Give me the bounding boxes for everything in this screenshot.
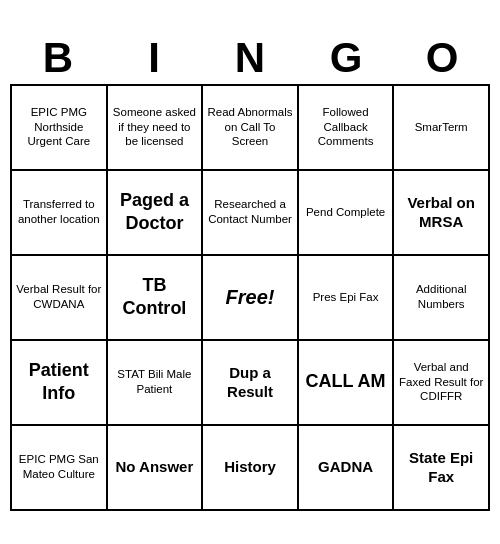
bingo-cell-r2-c1[interactable]: TB Control	[108, 256, 204, 341]
bingo-cell-r2-c3[interactable]: Pres Epi Fax	[299, 256, 395, 341]
bingo-cell-r2-c2[interactable]: Free!	[203, 256, 299, 341]
bingo-cell-r3-c2[interactable]: Dup a Result	[203, 341, 299, 426]
bingo-letter-O: O	[397, 34, 487, 82]
bingo-cell-r0-c1[interactable]: Someone asked if they need to be license…	[108, 86, 204, 171]
bingo-cell-r1-c2[interactable]: Researched a Contact Number	[203, 171, 299, 256]
bingo-cell-r4-c4[interactable]: State Epi Fax	[394, 426, 490, 511]
bingo-cell-r3-c1[interactable]: STAT Bili Male Patient	[108, 341, 204, 426]
bingo-cell-r4-c2[interactable]: History	[203, 426, 299, 511]
bingo-cell-r0-c4[interactable]: SmarTerm	[394, 86, 490, 171]
bingo-cell-r2-c4[interactable]: Additional Numbers	[394, 256, 490, 341]
bingo-grid: EPIC PMG Northside Urgent CareSomeone as…	[10, 84, 490, 511]
bingo-card: BINGO EPIC PMG Northside Urgent CareSome…	[10, 34, 490, 511]
bingo-cell-r4-c1[interactable]: No Answer	[108, 426, 204, 511]
bingo-cell-r4-c0[interactable]: EPIC PMG San Mateo Culture	[12, 426, 108, 511]
bingo-cell-r1-c1[interactable]: Paged a Doctor	[108, 171, 204, 256]
bingo-letter-B: B	[13, 34, 103, 82]
bingo-cell-r1-c3[interactable]: Pend Complete	[299, 171, 395, 256]
bingo-cell-r4-c3[interactable]: GADNA	[299, 426, 395, 511]
bingo-cell-r3-c0[interactable]: Patient Info	[12, 341, 108, 426]
bingo-cell-r3-c4[interactable]: Verbal and Faxed Result for CDIFFR	[394, 341, 490, 426]
bingo-cell-r2-c0[interactable]: Verbal Result for CWDANA	[12, 256, 108, 341]
bingo-cell-r0-c0[interactable]: EPIC PMG Northside Urgent Care	[12, 86, 108, 171]
bingo-letter-G: G	[301, 34, 391, 82]
bingo-cell-r0-c2[interactable]: Read Abnormals on Call To Screen	[203, 86, 299, 171]
bingo-cell-r0-c3[interactable]: Followed Callback Comments	[299, 86, 395, 171]
bingo-header: BINGO	[10, 34, 490, 82]
bingo-cell-r1-c4[interactable]: Verbal on MRSA	[394, 171, 490, 256]
bingo-cell-r3-c3[interactable]: CALL AM	[299, 341, 395, 426]
bingo-letter-N: N	[205, 34, 295, 82]
bingo-letter-I: I	[109, 34, 199, 82]
bingo-cell-r1-c0[interactable]: Transferred to another location	[12, 171, 108, 256]
